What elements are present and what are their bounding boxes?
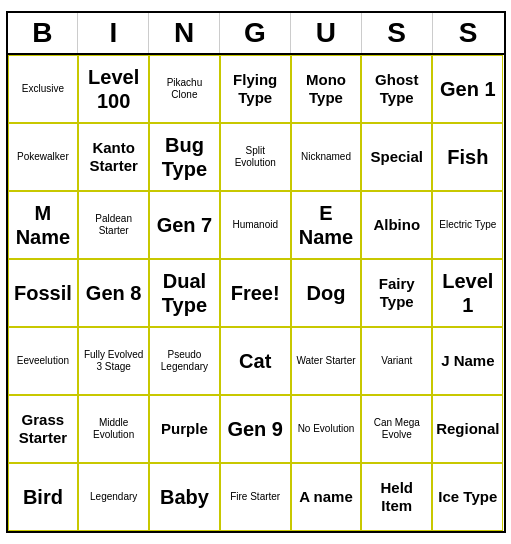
cell-text-r6-c2: Baby bbox=[160, 485, 209, 509]
cell-r4-c6[interactable]: J Name bbox=[432, 327, 503, 395]
cell-text-r1-c3: Split Evolution bbox=[224, 145, 287, 169]
cell-text-r3-c1: Gen 8 bbox=[86, 281, 142, 305]
cell-text-r2-c2: Gen 7 bbox=[157, 213, 213, 237]
cell-text-r0-c4: Mono Type bbox=[295, 71, 358, 107]
cell-text-r0-c1: Level 100 bbox=[82, 65, 145, 113]
cell-r3-c6[interactable]: Level 1 bbox=[432, 259, 503, 327]
cell-r2-c5[interactable]: Albino bbox=[361, 191, 432, 259]
header-letter-n: N bbox=[149, 13, 220, 53]
cell-r6-c4[interactable]: A name bbox=[291, 463, 362, 531]
header-letter-g: G bbox=[220, 13, 291, 53]
cell-r0-c6[interactable]: Gen 1 bbox=[432, 55, 503, 123]
cell-text-r3-c5: Fairy Type bbox=[365, 275, 428, 311]
cell-r3-c4[interactable]: Dog bbox=[291, 259, 362, 327]
cell-r3-c0[interactable]: Fossil bbox=[8, 259, 79, 327]
cell-text-r5-c5: Can Mega Evolve bbox=[365, 417, 428, 441]
cell-r4-c0[interactable]: Eeveelution bbox=[8, 327, 79, 395]
cell-r5-c2[interactable]: Purple bbox=[149, 395, 220, 463]
cell-r4-c3[interactable]: Cat bbox=[220, 327, 291, 395]
cell-r1-c2[interactable]: Bug Type bbox=[149, 123, 220, 191]
header-letter-u: U bbox=[291, 13, 362, 53]
cell-text-r1-c2: Bug Type bbox=[153, 133, 216, 181]
cell-r6-c5[interactable]: Held Item bbox=[361, 463, 432, 531]
cell-r6-c6[interactable]: Ice Type bbox=[432, 463, 503, 531]
header-letter-b: B bbox=[8, 13, 79, 53]
cell-text-r2-c1: Paldean Starter bbox=[82, 213, 145, 237]
cell-r6-c0[interactable]: Bird bbox=[8, 463, 79, 531]
cell-r5-c1[interactable]: Middle Evolution bbox=[78, 395, 149, 463]
cell-r0-c0[interactable]: Exclusive bbox=[8, 55, 79, 123]
cell-r4-c2[interactable]: Pseudo Legendary bbox=[149, 327, 220, 395]
cell-r5-c0[interactable]: Grass Starter bbox=[8, 395, 79, 463]
cell-text-r2-c3: Humanoid bbox=[232, 219, 278, 231]
header-letter-s: S bbox=[433, 13, 504, 53]
cell-r6-c1[interactable]: Legendary bbox=[78, 463, 149, 531]
cell-text-r3-c3: Free! bbox=[231, 281, 280, 305]
cell-text-r4-c1: Fully Evolved 3 Stage bbox=[82, 349, 145, 373]
cell-r5-c3[interactable]: Gen 9 bbox=[220, 395, 291, 463]
cell-text-r5-c3: Gen 9 bbox=[227, 417, 283, 441]
cell-r2-c0[interactable]: M Name bbox=[8, 191, 79, 259]
cell-text-r2-c5: Albino bbox=[373, 216, 420, 234]
cell-text-r0-c2: Pikachu Clone bbox=[153, 77, 216, 101]
cell-text-r5-c4: No Evolution bbox=[298, 423, 355, 435]
cell-r1-c6[interactable]: Fish bbox=[432, 123, 503, 191]
cell-r2-c4[interactable]: E Name bbox=[291, 191, 362, 259]
cell-text-r0-c0: Exclusive bbox=[22, 83, 64, 95]
cell-text-r5-c1: Middle Evolution bbox=[82, 417, 145, 441]
cell-text-r3-c0: Fossil bbox=[14, 281, 72, 305]
cell-r0-c4[interactable]: Mono Type bbox=[291, 55, 362, 123]
cell-r2-c3[interactable]: Humanoid bbox=[220, 191, 291, 259]
cell-text-r6-c1: Legendary bbox=[90, 491, 137, 503]
cell-r0-c1[interactable]: Level 100 bbox=[78, 55, 149, 123]
cell-r3-c3[interactable]: Free! bbox=[220, 259, 291, 327]
cell-r4-c4[interactable]: Water Starter bbox=[291, 327, 362, 395]
cell-text-r1-c1: Kanto Starter bbox=[82, 139, 145, 175]
cell-r1-c0[interactable]: Pokewalker bbox=[8, 123, 79, 191]
header-letter-i: I bbox=[78, 13, 149, 53]
cell-r5-c5[interactable]: Can Mega Evolve bbox=[361, 395, 432, 463]
cell-text-r4-c2: Pseudo Legendary bbox=[153, 349, 216, 373]
cell-r6-c3[interactable]: Fire Starter bbox=[220, 463, 291, 531]
cell-r4-c5[interactable]: Variant bbox=[361, 327, 432, 395]
cell-text-r6-c6: Ice Type bbox=[438, 488, 497, 506]
cell-r1-c5[interactable]: Special bbox=[361, 123, 432, 191]
cell-text-r3-c4: Dog bbox=[307, 281, 346, 305]
cell-r3-c1[interactable]: Gen 8 bbox=[78, 259, 149, 327]
cell-text-r4-c6: J Name bbox=[441, 352, 494, 370]
cell-text-r2-c0: M Name bbox=[12, 201, 75, 249]
cell-r2-c1[interactable]: Paldean Starter bbox=[78, 191, 149, 259]
cell-r6-c2[interactable]: Baby bbox=[149, 463, 220, 531]
cell-text-r1-c0: Pokewalker bbox=[17, 151, 69, 163]
cell-r4-c1[interactable]: Fully Evolved 3 Stage bbox=[78, 327, 149, 395]
cell-text-r5-c0: Grass Starter bbox=[12, 411, 75, 447]
cell-text-r0-c3: Flying Type bbox=[224, 71, 287, 107]
cell-text-r2-c6: Electric Type bbox=[439, 219, 496, 231]
cell-text-r5-c6: Regional bbox=[436, 420, 499, 438]
cell-text-r6-c4: A name bbox=[299, 488, 353, 506]
cell-r1-c3[interactable]: Split Evolution bbox=[220, 123, 291, 191]
cell-r0-c5[interactable]: Ghost Type bbox=[361, 55, 432, 123]
cell-text-r3-c6: Level 1 bbox=[436, 269, 499, 317]
cell-r1-c4[interactable]: Nicknamed bbox=[291, 123, 362, 191]
cell-text-r1-c4: Nicknamed bbox=[301, 151, 351, 163]
cell-text-r6-c3: Fire Starter bbox=[230, 491, 280, 503]
cell-text-r4-c4: Water Starter bbox=[296, 355, 355, 367]
cell-r0-c3[interactable]: Flying Type bbox=[220, 55, 291, 123]
cell-r2-c6[interactable]: Electric Type bbox=[432, 191, 503, 259]
bingo-grid: ExclusiveLevel 100Pikachu CloneFlying Ty… bbox=[8, 55, 504, 531]
cell-r5-c6[interactable]: Regional bbox=[432, 395, 503, 463]
cell-text-r4-c5: Variant bbox=[381, 355, 412, 367]
cell-text-r1-c5: Special bbox=[370, 148, 423, 166]
cell-r1-c1[interactable]: Kanto Starter bbox=[78, 123, 149, 191]
cell-text-r4-c3: Cat bbox=[239, 349, 271, 373]
cell-r3-c2[interactable]: Dual Type bbox=[149, 259, 220, 327]
cell-text-r3-c2: Dual Type bbox=[153, 269, 216, 317]
cell-r2-c2[interactable]: Gen 7 bbox=[149, 191, 220, 259]
bingo-card: BINGUSS ExclusiveLevel 100Pikachu CloneF… bbox=[6, 11, 506, 533]
cell-text-r5-c2: Purple bbox=[161, 420, 208, 438]
header-letter-s: S bbox=[362, 13, 433, 53]
cell-r3-c5[interactable]: Fairy Type bbox=[361, 259, 432, 327]
cell-r0-c2[interactable]: Pikachu Clone bbox=[149, 55, 220, 123]
cell-r5-c4[interactable]: No Evolution bbox=[291, 395, 362, 463]
